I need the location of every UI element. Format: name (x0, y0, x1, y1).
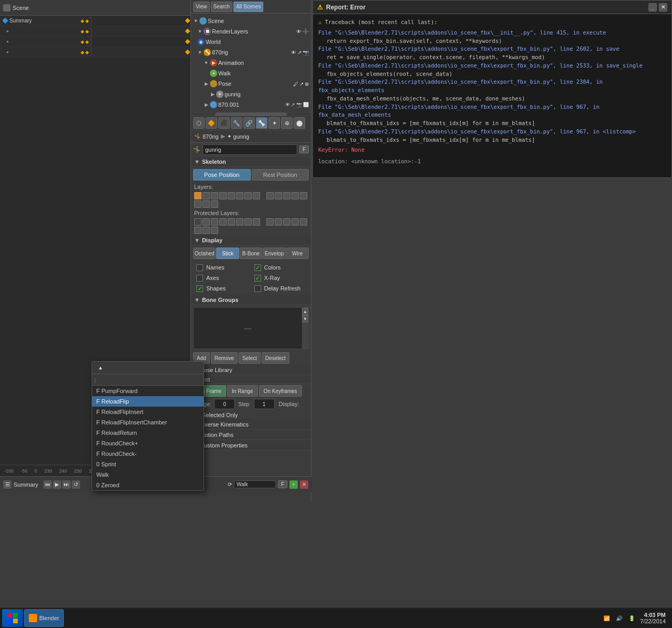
error-close-btn[interactable]: ✕ (659, 3, 667, 12)
tree-item-animation[interactable]: ▼ ▶ Animation (191, 58, 311, 68)
prot-layer-cell-9[interactable] (275, 218, 282, 226)
prop-icon-object[interactable]: ⬛ (218, 117, 230, 129)
start-button[interactable] (2, 609, 23, 627)
mesh-icon4[interactable]: ⬜ (303, 102, 309, 107)
tl-track[interactable] (92, 16, 191, 26)
row-controls4[interactable]: ◆ ◆ (81, 50, 89, 55)
battery-tray-icon[interactable]: 🔋 (628, 614, 636, 622)
bbone-button[interactable]: B-Bone (240, 248, 262, 259)
dd-item-zeroed[interactable]: 0 Zeroed (92, 480, 204, 490)
object-name-field[interactable] (203, 144, 297, 155)
loop-button[interactable]: ↺ (72, 480, 80, 489)
pose-library-section[interactable]: ▶ Pose Library (191, 365, 311, 375)
rest-position-button[interactable]: Rest Position (252, 169, 309, 181)
in-range-button[interactable]: In Range (227, 385, 258, 397)
layer-cell-5[interactable] (236, 192, 243, 199)
names-checkbox[interactable] (196, 264, 203, 271)
dd-item-roundcheck-plus[interactable]: F RoundCheck+ (92, 438, 204, 448)
pose-icon3[interactable]: ⊕ (305, 81, 309, 87)
prot-layer-cell-5[interactable] (236, 218, 243, 226)
search-button[interactable]: Search (211, 2, 233, 12)
layer-cell-11[interactable] (292, 192, 299, 199)
play-button[interactable]: ▶ (53, 480, 61, 489)
envelop-button[interactable]: Envelop (263, 248, 285, 259)
anim-f-badge[interactable]: F (278, 480, 287, 488)
network-tray-icon[interactable]: 📶 (602, 614, 611, 622)
rig-vis-icon[interactable]: 👁 (291, 50, 296, 55)
tree-item-scene[interactable]: ▼ 🌐 Scene (191, 16, 311, 26)
dd-item-reloadflipinsert[interactable]: F ReloadFlipInsert (92, 407, 204, 417)
mesh-icon2[interactable]: ↗ (291, 102, 295, 107)
row-controls3[interactable]: ◆ ◆ (81, 39, 89, 44)
layer-cell-10[interactable] (283, 192, 290, 199)
xray-checkbox[interactable]: ✓ (254, 275, 261, 282)
tree-item-870mesh[interactable]: ▶ ⬡ 870.001 👁 ↗ 📷 ⬜ (191, 99, 311, 110)
tree-item-870rig[interactable]: ▼ 🦴 870rig 👁 ↗ 📷 (191, 47, 311, 58)
display-section-header[interactable]: ▼ Display (191, 235, 311, 245)
prop-icon-constraints[interactable]: 🔗 (243, 117, 255, 129)
prot-layer-cell-7[interactable] (253, 218, 260, 226)
ik-section[interactable]: ▶ Inverse Kinematics (191, 419, 311, 430)
keyframe-marker[interactable] (185, 29, 191, 34)
prop-icon-modifiers[interactable]: 🔧 (231, 117, 242, 129)
step-value-field[interactable] (254, 399, 275, 409)
renderlayer-vis-icon[interactable]: 👁 (296, 29, 301, 35)
renderlayer-add-icon[interactable]: ➕ (303, 29, 309, 35)
prot-layer-cell-1[interactable] (203, 218, 210, 226)
tree-item-pose[interactable]: ▶ 🤸 Pose 🖊 ↗ ⊕ (191, 78, 311, 89)
error-minimize-btn[interactable]: _ (648, 3, 657, 12)
keyframe-marker[interactable] (185, 50, 191, 55)
mesh-icon1[interactable]: 👁 (285, 102, 290, 107)
tree-item-renderlayers[interactable]: ▼ 🔲 RenderLayers 👁 ➕ (191, 26, 311, 37)
row-controls[interactable]: ◆ ◆ (81, 18, 89, 24)
mesh-icon3[interactable]: 📷 (296, 102, 302, 107)
layer-cell-3[interactable] (219, 192, 227, 199)
layer-cell-6[interactable] (244, 192, 252, 199)
f-badge[interactable]: F (299, 145, 309, 153)
prot-layer-cell-11[interactable] (292, 218, 299, 226)
animation-name-field[interactable] (234, 480, 276, 488)
motion-paths-section[interactable]: ▶ Motion Paths (191, 430, 311, 440)
skeleton-section-header[interactable]: ▼ Skeleton (191, 156, 311, 167)
colors-checkbox[interactable]: ✓ (254, 264, 261, 271)
layer-cell-14[interactable] (203, 200, 210, 208)
delay-refresh-checkbox[interactable] (254, 285, 261, 292)
prot-layer-cell-14[interactable] (203, 227, 210, 234)
dd-item-reloadflip[interactable]: F ReloadFlip (92, 396, 204, 407)
range-value-field[interactable] (214, 399, 235, 409)
wire-button[interactable]: Wire (286, 248, 309, 259)
prot-layer-cell-6[interactable] (244, 218, 252, 226)
prop-icon-render[interactable]: 🔶 (206, 117, 217, 129)
blender-taskbar-app[interactable]: Blender (24, 609, 64, 627)
prop-icon-armature[interactable]: 🦴 (256, 117, 267, 129)
dd-item-walk[interactable]: Walk (92, 469, 204, 480)
all-scenes-button[interactable]: All Scenes (233, 2, 263, 12)
remove-action-button[interactable]: ✕ (300, 480, 308, 489)
rig-cursor-icon[interactable]: ↗ (297, 50, 301, 55)
dd-item-sprint[interactable]: 0 Sprint (92, 459, 204, 469)
prot-layer-cell-0[interactable] (194, 218, 201, 226)
prot-layer-cell-15[interactable] (211, 227, 218, 234)
summary-icon[interactable]: ☰ (3, 480, 12, 489)
pose-icon1[interactable]: 🖊 (293, 81, 298, 87)
tree-item-walk[interactable]: ✦ Walk (191, 68, 311, 78)
layer-cell-13[interactable] (194, 200, 201, 208)
prot-layer-cell-10[interactable] (283, 218, 290, 226)
row-controls2[interactable]: ◆ ◆ (81, 29, 89, 34)
bone-group-scrollbar[interactable]: ▲ ▼ (302, 308, 308, 349)
prot-layer-cell-13[interactable] (194, 227, 201, 234)
prot-layer-cell-8[interactable] (266, 218, 274, 226)
shapes-checkbox[interactable]: ✓ (196, 285, 203, 292)
add-action-button[interactable]: + (289, 480, 298, 489)
rig-render-icon[interactable]: 📷 (303, 50, 309, 55)
dropdown-search-input[interactable] (94, 377, 201, 383)
octahed-button[interactable]: Octahed (193, 248, 216, 259)
prop-icon-scene[interactable]: ⬡ (193, 117, 205, 129)
prop-icon-physics[interactable]: ⊕ (281, 117, 293, 129)
play-back-button[interactable]: ⏮ (43, 480, 52, 489)
layer-cell-1[interactable] (203, 192, 210, 199)
bone-groups-section-header[interactable]: ▼ Bone Groups (191, 295, 311, 305)
axes-checkbox[interactable] (196, 275, 203, 282)
pose-icon2[interactable]: ↗ (299, 81, 304, 87)
select-bone-group-button[interactable]: Select (239, 352, 261, 364)
